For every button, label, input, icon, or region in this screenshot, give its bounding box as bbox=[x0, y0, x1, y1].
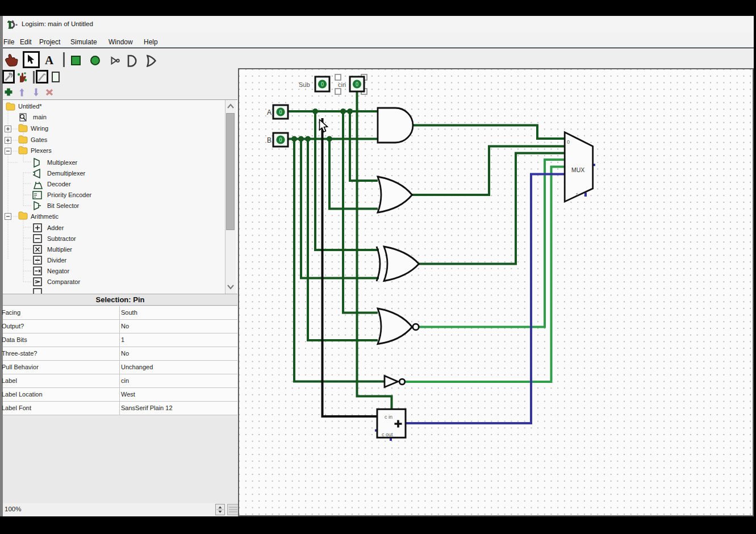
svg-text:Negator: Negator bbox=[47, 268, 69, 274]
svg-text:Priority Encoder: Priority Encoder bbox=[47, 191, 92, 198]
svg-text:MUX: MUX bbox=[571, 166, 584, 173]
svg-text:cin: cin bbox=[338, 81, 346, 88]
svg-text:main: main bbox=[33, 114, 47, 120]
svg-text:Bit Selector: Bit Selector bbox=[47, 202, 80, 209]
svg-text:Multiplier: Multiplier bbox=[47, 246, 72, 253]
svg-text:A: A bbox=[267, 109, 272, 116]
svg-text:Sub: Sub bbox=[299, 81, 310, 88]
svg-text:Demultiplexer: Demultiplexer bbox=[47, 170, 86, 177]
svg-text:0: 0 bbox=[279, 137, 282, 143]
svg-text:Subtractor: Subtractor bbox=[47, 235, 76, 242]
svg-text:c in: c in bbox=[385, 414, 392, 420]
svg-text:Divider: Divider bbox=[47, 257, 67, 264]
svg-text:Untitled*: Untitled* bbox=[18, 103, 42, 110]
svg-text:0: 0 bbox=[567, 139, 570, 145]
svg-text:0: 0 bbox=[356, 81, 359, 87]
svg-text:Adder: Adder bbox=[47, 224, 64, 231]
svg-text:0: 0 bbox=[279, 109, 282, 115]
svg-text:0: 0 bbox=[321, 81, 324, 87]
svg-text:B: B bbox=[267, 136, 272, 144]
svg-text:Comparator: Comparator bbox=[47, 278, 80, 285]
svg-text:Gates: Gates bbox=[31, 136, 48, 143]
svg-text:Plexers: Plexers bbox=[31, 147, 52, 154]
svg-text:Multiplexer: Multiplexer bbox=[47, 159, 78, 166]
svg-text:Wiring: Wiring bbox=[31, 125, 48, 132]
svg-text:Arithmetic: Arithmetic bbox=[31, 213, 59, 220]
svg-text:c out: c out bbox=[382, 432, 393, 437]
svg-text:s: s bbox=[576, 191, 578, 197]
svg-text:Decoder: Decoder bbox=[47, 181, 71, 187]
